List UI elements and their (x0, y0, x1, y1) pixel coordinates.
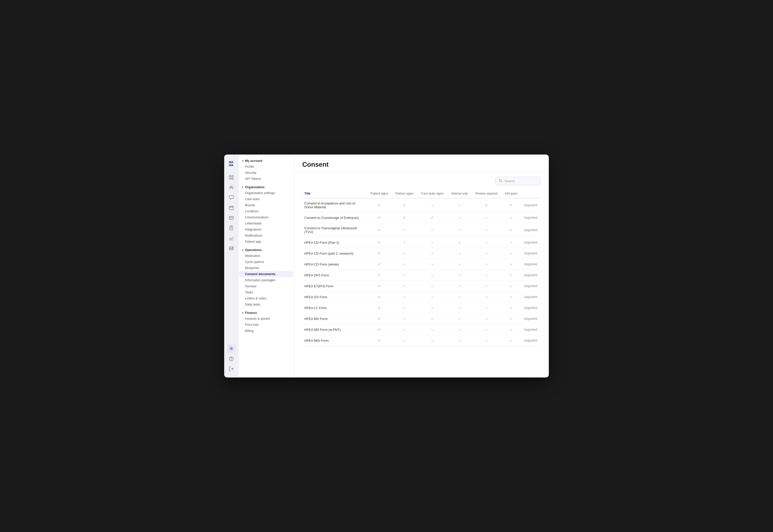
cell-patient_signs: ✓ (367, 223, 392, 237)
cell-badge: Upgraded (520, 292, 541, 302)
sidebar-item-surveys[interactable]: Surveys (240, 283, 293, 289)
cell-review_required: × (471, 281, 502, 292)
col-care-team-signs[interactable]: Care team signs (417, 189, 448, 198)
cell-care_team_signs: × (417, 313, 448, 324)
sidebar-item-tasks[interactable]: Tasks (240, 289, 293, 295)
sidebar-item-cycle-options[interactable]: Cycle options (240, 259, 293, 265)
cell-care_team_signs: × (417, 237, 448, 248)
svg-point-4 (230, 186, 232, 187)
cell-info_pack: × (502, 324, 521, 335)
table-row[interactable]: Consent to Acceptance and Use of Donor M… (302, 198, 541, 212)
table-row[interactable]: HFEA CD Form (whole)✓×××××Upgraded (302, 259, 541, 270)
cell-title: HFEA LC Form (302, 302, 367, 313)
table-row[interactable]: HFEA LC Form✓×××××Upgraded (302, 302, 541, 313)
sidebar-item-invoices-quotes[interactable]: Invoices & quotes (240, 316, 293, 322)
image-icon[interactable] (227, 244, 236, 253)
sidebar-item-security[interactable]: Security (240, 170, 293, 176)
sidebar-item-integrations[interactable]: Integrations (240, 226, 293, 233)
col-internal-only[interactable]: Internal only (448, 189, 471, 198)
sidebar-item-price-lists[interactable]: Price lists (240, 322, 293, 328)
col-patient-signs[interactable]: Patient signs (367, 189, 392, 198)
cell-care_team_signs: × (417, 270, 448, 281)
sidebar-item-brands[interactable]: Brands (240, 202, 293, 208)
table-row[interactable]: HFEA CD Form (Part 1)✓×××××Upgraded (302, 237, 541, 248)
cell-partner_signs: × (392, 292, 417, 302)
cell-internal_only: × (448, 292, 471, 302)
cell-badge: Upgraded (520, 248, 541, 259)
sidebar-item-api-tokens[interactable]: API Tokens (240, 176, 293, 182)
sidebar-item-medication[interactable]: Medication (240, 253, 293, 259)
cell-review_required: × (471, 212, 502, 223)
cell-partner_signs: × (392, 270, 417, 281)
col-info-pack[interactable]: Info pack (502, 189, 521, 198)
cell-partner_signs: × (392, 302, 417, 313)
table-row[interactable]: Consent to Cryostorage of Embryo(s)✓✓✓××… (302, 212, 541, 223)
search-placeholder: Search (504, 179, 515, 183)
table-row[interactable]: HFEA MD Form (w PNT)✓×××××Upgraded (302, 324, 541, 335)
col-review-required[interactable]: Review required (471, 189, 502, 198)
cell-review_required: × (471, 237, 502, 248)
cell-review_required: × (471, 270, 502, 281)
logout-icon[interactable] (227, 364, 236, 373)
table-row[interactable]: HFEA MGI Form✓×××××Upgraded (302, 335, 541, 346)
table-row[interactable]: HFEA GS Form✓×××××Upgraded (302, 292, 541, 302)
page-title: Consent (302, 161, 541, 168)
sidebar-item-information-packages[interactable]: Information packages (240, 277, 293, 283)
cell-info_pack: ✓ (502, 223, 521, 237)
cell-title: HFEA CD Form (whole) (302, 259, 367, 270)
sidebar-item-letterheads[interactable]: Letterheads (240, 220, 293, 226)
col-partner-signs[interactable]: Partner signs (392, 189, 417, 198)
cell-patient_signs: ✓ (367, 313, 392, 324)
chat-icon[interactable] (227, 193, 236, 202)
cell-title: HFEA CD Form (part 2, research) (302, 248, 367, 259)
sidebar-section-finance[interactable]: ▼ Finance (239, 310, 294, 316)
cell-care_team_signs: × (417, 248, 448, 259)
table-row[interactable]: HFEA MD Form✓×××××Upgraded (302, 313, 541, 324)
users-icon[interactable] (227, 183, 236, 192)
sidebar-item-notifications[interactable]: Notifications (240, 233, 293, 239)
sidebar-section-organisation[interactable]: ▼ Organisation (239, 184, 294, 190)
sidebar-item-billing[interactable]: Billing (240, 328, 293, 334)
sidebar-section-my-account[interactable]: ▼ My account (239, 158, 294, 164)
grid-icon[interactable] (227, 173, 236, 182)
sidebar-item-consent-documents[interactable]: Consent documents (240, 271, 293, 277)
settings-icon[interactable] (227, 344, 236, 353)
search-box[interactable]: Search (495, 177, 541, 185)
calendar-icon[interactable] (227, 203, 236, 212)
clipboard-icon[interactable] (227, 223, 236, 233)
cell-care_team_signs: × (417, 281, 448, 292)
chart-icon[interactable] (227, 234, 236, 243)
sidebar-item-profile[interactable]: Profile (240, 164, 293, 170)
table-row[interactable]: HFEA ET(PH) Form✓×××××Upgraded (302, 281, 541, 292)
cell-partner_signs: × (392, 324, 417, 335)
table-row[interactable]: Consent to Transvaginal Ultrasound (TVU)… (302, 223, 541, 237)
sidebar-item-org-settings[interactable]: Organisation settings (240, 190, 293, 196)
help-icon[interactable] (227, 354, 236, 363)
table-row[interactable]: HFEA DFS Form✓×××××Upgraded (302, 270, 541, 281)
cell-title: HFEA DFS Form (302, 270, 367, 281)
svg-rect-8 (230, 226, 233, 230)
cell-review_required: ✓ (471, 198, 502, 212)
cell-partner_signs: × (392, 281, 417, 292)
cell-title: HFEA MD Form (302, 313, 367, 324)
table-header-row: Title Patient signs Partner signs Care t… (302, 189, 541, 198)
sidebar-item-patient-app[interactable]: Patient app (240, 239, 293, 245)
content-header: Consent (294, 155, 549, 173)
sidebar-item-locations[interactable]: Locations (240, 208, 293, 214)
cell-internal_only: × (448, 259, 471, 270)
cell-care_team_signs: × (417, 259, 448, 270)
sidebar-section-operations[interactable]: ▼ Operations (239, 247, 294, 253)
sidebar-item-blueprints[interactable]: Blueprints (240, 265, 293, 271)
card-icon[interactable] (227, 213, 236, 222)
sidebar-item-letters-notes[interactable]: Letters & notes (240, 295, 293, 301)
col-title[interactable]: Title (302, 189, 367, 198)
col-badge (520, 189, 541, 198)
sidebar-item-care-team[interactable]: Care team (240, 196, 293, 202)
cell-badge: Upgraded (520, 212, 541, 223)
cell-patient_signs: ✓ (367, 324, 392, 335)
sidebar-item-communications[interactable]: Communications (240, 214, 293, 220)
sidebar-item-daily-tasks[interactable]: Daily tasks (240, 301, 293, 308)
table-row[interactable]: HFEA CD Form (part 2, research)✓×××××Upg… (302, 248, 541, 259)
cell-care_team_signs: × (417, 335, 448, 346)
cell-info_pack: × (502, 313, 521, 324)
